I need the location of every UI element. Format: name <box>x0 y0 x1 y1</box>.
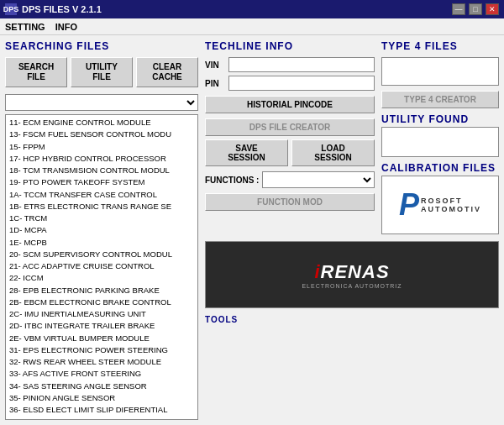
list-item[interactable]: 1E- MCPB <box>8 237 195 249</box>
prosoft-text: ROSOFT <box>421 197 481 205</box>
calibration-title: CALIBRATION FILES <box>381 162 499 174</box>
pin-label: PIN <box>205 79 225 88</box>
list-item[interactable]: 2E- VBM VIRTUAL BUMPER MODULE <box>8 333 195 344</box>
historial-pincode-button[interactable]: HISTORIAL PINCODE <box>205 96 375 113</box>
search-dropdown[interactable] <box>5 94 198 111</box>
clear-cache-button[interactable]: CLEARCACHE <box>136 57 198 87</box>
search-file-button[interactable]: SEARCHFILE <box>5 57 67 87</box>
app-title: DPS FILES V 2.1.1 <box>22 4 102 14</box>
list-item[interactable]: 35- PINION ANGLE SENSOR <box>8 392 195 404</box>
type4-creator-button[interactable]: TYPE 4 CREATOR <box>381 91 499 108</box>
save-session-button[interactable]: SAVESESSION <box>205 139 288 166</box>
dps-file-creator-button[interactable]: DPS FILE CREATOR <box>205 118 375 136</box>
list-item[interactable]: 1B- ETRS ELECTRONIC TRANS RANGE SE <box>8 201 195 212</box>
functions-select[interactable] <box>262 171 375 188</box>
list-item[interactable]: 36- ELSD ELECT LIMIT SLIP DIFERENTIAL <box>8 404 195 416</box>
list-item[interactable]: 34- SAS STEERING ANGLE SENSOR <box>8 380 195 392</box>
action-buttons: SEARCHFILE UTILITYFILE CLEARCACHE <box>5 57 198 87</box>
list-item[interactable]: 31- EPS ELECTRONIC POWER STEERING <box>8 344 195 356</box>
app-icon: DPS <box>5 3 17 15</box>
window-controls: — □ ✕ <box>452 3 499 15</box>
type4-input-box <box>381 57 499 86</box>
list-item[interactable]: 22- ICCM <box>8 272 195 284</box>
right-panel: TECHLINE INFO VIN PIN HISTORIAL PINCODE … <box>205 40 499 420</box>
utility-title: UTILITY FOUND <box>381 113 499 125</box>
load-session-button[interactable]: LOADSESSION <box>291 139 375 166</box>
irenas-logo: iRENAS ELECTRONICA AUTOMOTRIZ <box>206 242 498 307</box>
list-item[interactable]: 20- SCM SUPERVISORY CONTROL MODUL <box>8 249 195 260</box>
utility-found-box <box>381 127 499 157</box>
list-item[interactable]: 11- ECM ENGINE CONTROL MODULE <box>8 117 195 129</box>
menu-bar: SETTING INFO <box>0 18 504 35</box>
minimize-button[interactable]: — <box>452 3 465 15</box>
list-item[interactable]: 21- ACC ADAPTIVE CRUISE CONTROL <box>8 260 195 272</box>
pin-input[interactable] <box>228 76 375 91</box>
list-item[interactable]: 2C- IMU INERTIALMEASURING UNIT <box>8 308 195 320</box>
menu-setting[interactable]: SETTING <box>5 22 45 32</box>
list-item[interactable]: 15- FPPM <box>8 141 195 153</box>
vin-label: VIN <box>205 60 225 70</box>
list-item[interactable]: 18- TCM TRANSMISION CONTROL MODUL <box>8 165 195 176</box>
searching-files-title: SEARCHING FILES <box>5 40 198 52</box>
bottom-logos: iRENAS ELECTRONICA AUTOMOTRIZ <box>205 241 499 308</box>
calibration-section: CALIBRATION FILES P ROSOFT AUTOMOTIV <box>381 162 499 234</box>
right-top-section: TECHLINE INFO VIN PIN HISTORIAL PINCODE … <box>205 40 499 234</box>
left-panel: SEARCHING FILES SEARCHFILE UTILITYFILE C… <box>5 40 198 420</box>
main-content: SEARCHING FILES SEARCHFILE UTILITYFILE C… <box>0 35 504 425</box>
techline-section: TECHLINE INFO VIN PIN HISTORIAL PINCODE … <box>205 40 375 234</box>
irenas-logo-section: iRENAS ELECTRONICA AUTOMOTRIZ <box>205 241 499 308</box>
functions-row: FUNCTIONS : <box>205 171 375 188</box>
function-mod-button[interactable]: FUNCTION MOD <box>205 193 375 211</box>
session-buttons: SAVESESSION LOADSESSION <box>205 139 375 166</box>
list-item[interactable]: 32- RWS REAR WHEEL STEER MODULE <box>8 356 195 368</box>
pin-row: PIN <box>205 76 375 91</box>
list-item[interactable]: 33- AFS ACTIVE FRONT STEERING <box>8 368 195 380</box>
techline-title: TECHLINE INFO <box>205 40 375 52</box>
title-bar: DPS DPS FILES V 2.1.1 — □ ✕ <box>0 0 504 18</box>
functions-label: FUNCTIONS : <box>205 176 259 185</box>
list-item[interactable]: 2D- ITBC INTEGRATE TRAILER BRAKE <box>8 320 195 332</box>
irenas-i: i <box>314 261 320 282</box>
utility-section: UTILITY FOUND <box>381 113 499 157</box>
irenas-renas: RENAS <box>321 261 390 282</box>
prosoft-subtext: AUTOMOTIV <box>421 205 481 213</box>
list-item[interactable]: 2B- EBCM ELECTRONIC BRAKE CONTROL <box>8 296 195 308</box>
list-item[interactable]: 13- FSCM FUEL SENSOR CONTROL MODU <box>8 129 195 140</box>
list-item[interactable]: 19- PTO POWER TAKEOFF SYSTEM <box>8 176 195 188</box>
prosoft-letter: P <box>399 187 419 223</box>
irenas-subtitle: ELECTRONICA AUTOMOTRIZ <box>302 283 402 289</box>
list-item[interactable]: 28- EPB ELECTRONIC PARKING BRAKE <box>8 285 195 296</box>
list-item[interactable]: 38- SADS SEMI ACTIVE DAMPING SYSTEM <box>8 416 195 420</box>
vin-input[interactable] <box>228 57 375 72</box>
prosoft-logo: P ROSOFT AUTOMOTIV <box>381 176 499 234</box>
vin-row: VIN <box>205 57 375 72</box>
list-item[interactable]: 1C- TRCM <box>8 212 195 224</box>
list-item[interactable]: 17- HCP HYBRID CONTROL PROCESSOR <box>8 153 195 165</box>
maximize-button[interactable]: □ <box>469 3 482 15</box>
menu-info[interactable]: INFO <box>55 22 77 32</box>
type4-title: TYPE 4 FILES <box>381 40 499 52</box>
irenas-text: iRENAS <box>314 261 389 283</box>
file-list-inner: 11- ECM ENGINE CONTROL MODULE13- FSCM FU… <box>6 115 197 420</box>
list-item[interactable]: 1A- TCCM TRANSFER CASE CONTROL <box>8 189 195 201</box>
close-button[interactable]: ✕ <box>486 3 499 15</box>
list-item[interactable]: 1D- MCPA <box>8 224 195 236</box>
file-list[interactable]: 11- ECM ENGINE CONTROL MODULE13- FSCM FU… <box>5 114 198 420</box>
utility-file-button[interactable]: UTILITYFILE <box>71 57 133 87</box>
type4-section: TYPE 4 FILES TYPE 4 CREATOR <box>381 40 499 108</box>
tools-label: TOOLS <box>205 315 499 324</box>
